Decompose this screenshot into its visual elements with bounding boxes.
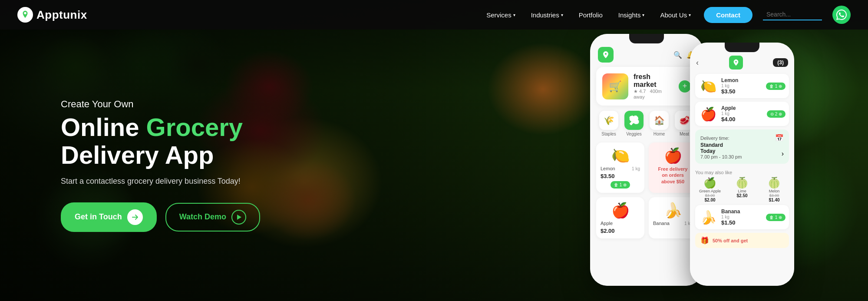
dropdown-arrow-icon: ▾: [689, 13, 691, 17]
item-info: Lemon 1 kg $3.50: [721, 77, 762, 95]
gift-icon: 🎁: [700, 236, 709, 245]
category-staples[interactable]: 🌾 Staples: [599, 111, 618, 136]
veggies-icon: 🥦: [624, 111, 644, 130]
also-like-grid: 🍏 Green Apple $3.00 $2.00 🍈 Lime $2.50 🍈…: [690, 177, 794, 202]
contact-button[interactable]: Contact: [704, 7, 752, 23]
store-rating: ★ 4.7 400m away: [634, 89, 673, 99]
product-weight: 1 kg: [632, 166, 640, 171]
store-add-button[interactable]: +: [679, 80, 691, 93]
suggestion-name: Lime: [727, 189, 757, 193]
suggestion-price: $2.00: [695, 198, 725, 202]
search-icon[interactable]: 🔍: [673, 51, 682, 59]
arrow-icon: [127, 209, 143, 225]
phones-container: 🔍 🔔 🛒 freshmarket ★ 4.7 400m away +: [564, 30, 868, 301]
phone-screen-2: ‹ (3) 🍋 Lemon 1 kg $3.50: [690, 43, 794, 286]
nav-services[interactable]: Services ▾: [480, 8, 521, 22]
item-weight: 1 kg: [721, 111, 763, 116]
hero-text-block: Create Your Own Online Grocery Delivery …: [0, 99, 260, 232]
cart-item-banana-row: 🍌 Banana 1 kg $1.50 🗑 1 ⊕: [690, 205, 794, 229]
item-price: $1.50: [721, 219, 762, 226]
suggestion-green-apple[interactable]: 🍏 Green Apple $3.00 $2.00: [695, 177, 725, 202]
hero-buttons: Get in Touch Watch Demo: [61, 202, 260, 232]
chevron-right-icon[interactable]: ›: [782, 150, 784, 158]
item-name: Apple: [721, 105, 763, 111]
app-logo-icon: [598, 47, 614, 63]
back-arrow-icon[interactable]: ‹: [696, 58, 699, 67]
old-price: $3.00: [695, 193, 725, 198]
store-name: freshmarket: [634, 73, 673, 89]
item-name: Banana: [721, 208, 762, 215]
lemon-emoji: 🍋: [601, 147, 640, 164]
delivery-type: Standard: [700, 142, 723, 148]
category-label: Staples: [599, 132, 618, 136]
home-icon: 🏠: [650, 111, 669, 130]
hero-title: Online Grocery Delivery App: [61, 113, 260, 169]
category-veggies[interactable]: 🥦 Veggies: [624, 111, 644, 136]
delivery-time-row: Today 7.00 pm - 10.30 pm ›: [700, 148, 784, 159]
category-label: Home: [650, 132, 669, 136]
nav-industries[interactable]: Industries ▾: [525, 8, 569, 22]
product-lemon[interactable]: 🍋 Lemon 1 kg $3.50 🗑 1 ⊕: [596, 142, 644, 193]
product-name: Banana: [653, 221, 670, 226]
store-card[interactable]: 🛒 freshmarket ★ 4.7 400m away +: [596, 67, 697, 106]
delivery-card: Delivery time: 📅 Standard Today 7.00 pm …: [695, 129, 789, 164]
lime-image: 🍈: [727, 177, 757, 189]
phone-notch-2: [725, 43, 759, 52]
add-lemon-button[interactable]: 🗑 1 ⊕: [611, 181, 630, 189]
item-price: $3.50: [721, 88, 762, 95]
nav-portfolio[interactable]: Portfolio: [573, 8, 609, 22]
logo-icon: [17, 7, 33, 23]
delivery-day: Today: [700, 148, 742, 154]
delivery-type-row: Standard: [700, 142, 784, 148]
apple-emoji: 🍎: [601, 202, 640, 219]
promo-strip-text: 50% off and get: [713, 238, 748, 243]
promo-emoji: 🍎: [653, 147, 693, 164]
item-info: Banana 1 kg $1.50: [721, 208, 762, 226]
cart-item-banana: 🍌 Banana 1 kg $1.50 🗑 1 ⊕: [695, 205, 789, 229]
item-counter[interactable]: 🗑 1 ⊕: [766, 83, 785, 90]
staples-icon: 🌾: [599, 111, 618, 130]
apple-image: 🍎: [699, 106, 718, 122]
hero-title-line1: Online Grocery: [61, 113, 260, 141]
nav-insights[interactable]: Insights ▾: [612, 8, 651, 22]
category-home[interactable]: 🏠 Home: [650, 111, 669, 136]
promo-strip: 🎁 50% off and get: [695, 233, 789, 248]
hero-title-line2: Delivery App: [61, 141, 260, 169]
cart-item-lemon: 🍋 Lemon 1 kg $3.50 🗑 1 ⊕: [695, 74, 789, 98]
item-counter[interactable]: ⊖ 2 ⊕: [767, 110, 785, 118]
get-in-touch-button[interactable]: Get in Touch: [61, 202, 157, 232]
item-info: Apple 1 kg $4.00: [721, 105, 763, 122]
store-image: 🛒: [602, 73, 628, 99]
phone-mockup-1: 🔍 🔔 🛒 freshmarket ★ 4.7 400m away +: [590, 34, 703, 286]
store-info: freshmarket ★ 4.7 400m away: [634, 73, 673, 99]
nav-about[interactable]: About Us ▾: [654, 8, 697, 22]
watch-demo-button[interactable]: Watch Demo: [165, 203, 260, 232]
category-label: Veggies: [624, 132, 644, 136]
item-counter[interactable]: 🗑 1 ⊕: [766, 214, 785, 221]
search-bar: [763, 9, 822, 20]
green-apple-image: 🍏: [695, 177, 725, 189]
old-price: $3.00: [759, 193, 789, 198]
cart-items: 🍋 Lemon 1 kg $3.50 🗑 1 ⊕ 🍎 Apple: [690, 74, 794, 126]
dropdown-arrow-icon: ▾: [561, 13, 563, 17]
item-weight: 1 kg: [721, 215, 762, 219]
phone-screen-1: 🔍 🔔 🛒 freshmarket ★ 4.7 400m away +: [590, 34, 703, 286]
cart-item-apple: 🍎 Apple 1 kg $4.00 ⊖ 2 ⊕: [695, 102, 789, 126]
item-name: Lemon: [721, 77, 762, 83]
cart-badge[interactable]: (3): [773, 58, 788, 67]
logo[interactable]: Apptunix: [17, 7, 87, 23]
suggestion-price: $2.50: [727, 193, 757, 198]
product-apple[interactable]: 🍎 Apple $2.00: [596, 197, 644, 238]
suggestion-name: Green Apple: [695, 189, 725, 193]
search-input[interactable]: [766, 11, 818, 18]
play-icon: [231, 210, 246, 225]
product-name: Lemon: [601, 166, 615, 171]
suggestion-melon[interactable]: 🍈 Melon $3.00 $1.40: [759, 177, 789, 202]
whatsapp-button[interactable]: [832, 6, 851, 24]
item-price: $4.00: [721, 116, 763, 122]
melon-image: 🍈: [759, 177, 789, 189]
delivery-calendar-icon: 📅: [775, 134, 784, 142]
phone-mockup-2: ‹ (3) 🍋 Lemon 1 kg $3.50: [690, 43, 794, 286]
suggestion-lime[interactable]: 🍈 Lime $2.50: [727, 177, 757, 202]
delivery-label: Delivery time:: [700, 136, 729, 141]
